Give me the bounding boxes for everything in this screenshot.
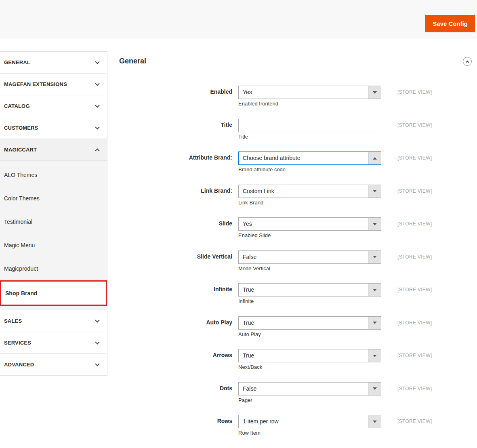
store-view-scope: [STORE VIEW] bbox=[397, 250, 432, 272]
select-value: Yes bbox=[239, 86, 368, 99]
field-hint: Title bbox=[238, 134, 381, 140]
sidebar-item-magefan-extensions[interactable]: MAGEFAN EXTENSIONS bbox=[0, 74, 107, 95]
sidebar-item-label: ADVANCED bbox=[4, 362, 34, 368]
general-fieldset: Enabled Yes Enabled frontend [STORE VIEW… bbox=[107, 86, 477, 448]
store-view-scope: [STORE VIEW] bbox=[397, 283, 432, 305]
field-label: Infinite bbox=[107, 283, 238, 305]
sidebar-item-sales[interactable]: SALES bbox=[0, 310, 107, 332]
config-layout: GENERAL MAGEFAN EXTENSIONS CATALOG CUSTO… bbox=[0, 38, 477, 448]
sidebar-item-label: MAGEFAN EXTENSIONS bbox=[4, 81, 67, 87]
chevron-up-icon bbox=[466, 60, 469, 63]
rows-select[interactable]: 1 item per row bbox=[238, 415, 381, 428]
slide-vertical-select[interactable]: False bbox=[238, 250, 381, 264]
field-row-rows: Rows 1 item per row Row Item [STORE VIEW… bbox=[107, 415, 477, 436]
field-label: Rows bbox=[107, 415, 238, 436]
sidebar-item-label: CUSTOMERS bbox=[4, 125, 38, 131]
sidebar-subitem-testimonial[interactable]: Testimonial bbox=[0, 210, 107, 233]
dropdown-arrow-button[interactable] bbox=[368, 415, 381, 428]
sidebar-item-label: GENERAL bbox=[4, 59, 30, 65]
field-hint: Enabled frontend bbox=[238, 101, 381, 107]
select-value: True bbox=[239, 284, 368, 296]
field-label: Auto Play bbox=[107, 316, 238, 338]
auto-play-select[interactable]: True bbox=[238, 316, 381, 330]
dropdown-arrow-button[interactable] bbox=[368, 383, 381, 395]
caret-down-icon bbox=[373, 355, 377, 357]
field-hint: Auto Play bbox=[238, 331, 381, 338]
caret-down-icon bbox=[373, 91, 377, 94]
field-row-infinite: Infinite True Infinite [STORE VIEW] bbox=[107, 283, 477, 305]
chevron-down-icon bbox=[95, 340, 99, 344]
attribute-brand-select[interactable]: Choose brand attribute bbox=[238, 151, 381, 165]
chevron-down-icon bbox=[95, 125, 99, 129]
dropdown-arrow-button[interactable] bbox=[368, 284, 381, 296]
chevron-down-icon bbox=[95, 81, 99, 86]
store-view-scope: [STORE VIEW] bbox=[397, 86, 432, 107]
field-row-arrows: Arrows True Next/Back [STORE VIEW] bbox=[107, 349, 477, 370]
field-row-attribute-brand: Attribute Brand: Choose brand attribute … bbox=[107, 151, 477, 173]
arrows-select[interactable]: True bbox=[238, 349, 381, 362]
field-label: Title bbox=[107, 119, 238, 140]
sidebar-subitem-alo-themes[interactable]: ALO Themes bbox=[0, 163, 107, 187]
dropdown-arrow-button[interactable] bbox=[368, 251, 381, 263]
store-view-scope: [STORE VIEW] bbox=[397, 316, 432, 338]
caret-up-icon bbox=[373, 157, 377, 160]
slide-select[interactable]: Yes bbox=[238, 217, 381, 231]
chevron-up-circle-icon[interactable] bbox=[463, 57, 472, 66]
chevron-down-icon bbox=[95, 103, 99, 107]
select-value: True bbox=[239, 349, 368, 362]
link-brand-select[interactable]: Custom Link bbox=[238, 185, 381, 198]
sidebar-item-general[interactable]: GENERAL bbox=[0, 52, 107, 74]
infinite-select[interactable]: True bbox=[238, 283, 381, 297]
field-row-auto-play: Auto Play True Auto Play [STORE VIEW] bbox=[107, 316, 477, 338]
enabled-select[interactable]: Yes bbox=[238, 86, 381, 99]
select-value: False bbox=[239, 251, 368, 263]
caret-down-icon bbox=[373, 223, 377, 225]
dots-select[interactable]: False bbox=[238, 382, 381, 395]
dropdown-arrow-button[interactable] bbox=[368, 218, 381, 230]
dropdown-arrow-button[interactable] bbox=[368, 349, 381, 362]
caret-down-icon bbox=[373, 256, 377, 258]
store-view-scope: [STORE VIEW] bbox=[397, 415, 432, 436]
field-label: Attribute Brand: bbox=[107, 151, 238, 173]
sidebar-subitem-color-themes[interactable]: Color Themes bbox=[0, 187, 107, 210]
field-label: Dots bbox=[107, 382, 238, 404]
caret-down-icon bbox=[373, 190, 377, 192]
select-value: True bbox=[239, 317, 368, 329]
caret-down-icon bbox=[373, 387, 377, 390]
dropdown-arrow-button[interactable] bbox=[368, 185, 381, 198]
field-row-slide: Slide Yes Enabled Slide [STORE VIEW] bbox=[107, 217, 477, 239]
store-view-scope: [STORE VIEW] bbox=[397, 349, 432, 370]
sidebar-subitem-shop-brand[interactable]: Shop Brand bbox=[0, 280, 107, 306]
caret-down-icon bbox=[373, 289, 377, 291]
chevron-down-icon bbox=[95, 362, 99, 366]
select-value: 1 item per row bbox=[239, 415, 368, 428]
dropdown-arrow-button[interactable] bbox=[368, 152, 381, 164]
field-row-slide-vertical: Slide Vertical False Mode Vertical [STOR… bbox=[107, 250, 477, 272]
store-view-scope: [STORE VIEW] bbox=[397, 151, 432, 173]
sidebar-item-magiccart[interactable]: MAGICCART bbox=[0, 139, 107, 161]
chevron-down-icon bbox=[95, 318, 99, 322]
sidebar-item-services[interactable]: SERVICES bbox=[0, 332, 107, 354]
field-label: Arrows bbox=[107, 349, 238, 370]
field-row-link-brand: Link Brand: Custom Link Link Brand [STOR… bbox=[107, 185, 477, 206]
store-view-scope: [STORE VIEW] bbox=[397, 217, 432, 239]
select-value: Custom Link bbox=[239, 185, 368, 198]
store-view-scope: [STORE VIEW] bbox=[397, 119, 432, 140]
field-hint: Pager bbox=[238, 397, 381, 404]
dropdown-arrow-button[interactable] bbox=[368, 317, 381, 329]
chevron-down-icon bbox=[95, 59, 99, 64]
title-input[interactable] bbox=[238, 119, 381, 132]
field-row-title: Title Title [STORE VIEW] bbox=[107, 119, 477, 140]
sidebar-item-advanced[interactable]: ADVANCED bbox=[0, 354, 107, 376]
section-header: General bbox=[107, 38, 477, 66]
field-label: Slide bbox=[107, 217, 238, 239]
sidebar-item-catalog[interactable]: CATALOG bbox=[0, 95, 107, 117]
save-config-button[interactable]: Save Config bbox=[425, 15, 475, 32]
field-hint: Link Brand bbox=[238, 200, 381, 206]
select-value: Yes bbox=[239, 218, 368, 230]
sidebar-item-label: SALES bbox=[4, 318, 22, 324]
sidebar-item-customers[interactable]: CUSTOMERS bbox=[0, 117, 107, 139]
dropdown-arrow-button[interactable] bbox=[368, 86, 381, 99]
sidebar-subitem-magicproduct[interactable]: Magicproduct bbox=[0, 257, 107, 280]
sidebar-subitem-magic-menu[interactable]: Magic Menu bbox=[0, 233, 107, 257]
